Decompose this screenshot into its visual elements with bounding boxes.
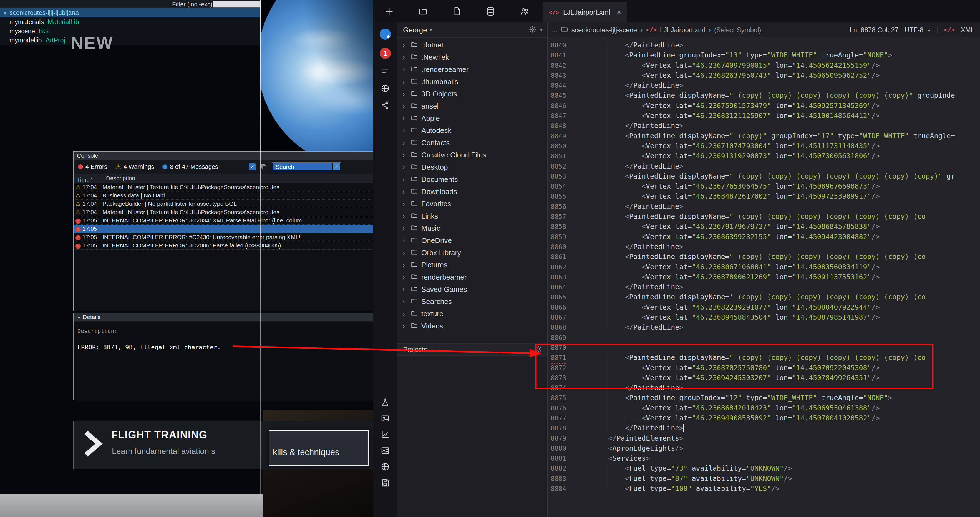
picture-icon[interactable] <box>381 446 390 455</box>
code-line[interactable]: 8840 </PaintedLine> <box>547 40 980 50</box>
explorer-folder[interactable]: ›.NewTek <box>397 51 547 63</box>
explorer-folder[interactable]: ›Favorites <box>397 198 547 210</box>
code-editor[interactable]: 8840 </PaintedLine>8841 <PaintedLine gro… <box>547 37 980 517</box>
globe-icon[interactable] <box>381 84 390 93</box>
explorer-folder[interactable]: ›Autodesk <box>397 124 547 137</box>
explorer-folder[interactable]: ›3D Objects <box>397 88 547 100</box>
checkbox-icon[interactable]: ✓ <box>249 163 256 171</box>
tree-item-mymodellib[interactable]: mymodellibArtProj <box>0 36 260 45</box>
chevron-right-icon[interactable]: › <box>402 187 407 196</box>
filter-input[interactable] <box>213 1 260 8</box>
code-line[interactable]: 8876 <Vertex lat="46.23686842010423" lon… <box>547 403 980 413</box>
collapse-triangle-icon[interactable]: ▼ <box>77 315 81 320</box>
chevron-right-icon[interactable]: › <box>402 212 407 220</box>
code-line[interactable]: 8852 </PaintedLine> <box>547 161 980 171</box>
plus-icon[interactable] <box>384 7 394 16</box>
code-line[interactable]: 8870 <box>547 343 980 353</box>
console-message-row[interactable]: ⚠17:04PackageBuilder | No partial lister… <box>73 199 373 208</box>
code-line[interactable]: 8867 <Vertex lat="46.23689458843504" lon… <box>547 312 980 322</box>
tab-ljljairport-xml[interactable]: </> LJLJairport.xml × <box>542 2 627 22</box>
console-message-row[interactable]: ⚠17:04Business data | No Uaid <box>73 191 373 199</box>
code-line[interactable]: 8859 <Vertex lat="46.23686399232155" lon… <box>547 232 980 242</box>
alert-icon[interactable]: 1 <box>380 48 391 59</box>
breadcrumb-project[interactable]: scenicroutes-ljlj-scene <box>571 26 637 34</box>
chevron-right-icon[interactable]: › <box>402 163 407 172</box>
explorer-folder[interactable]: ›Creative Cloud Files <box>397 149 547 161</box>
breadcrumb-symbol[interactable]: (Select Symbol) <box>714 26 761 34</box>
flask-icon[interactable] <box>381 398 390 407</box>
code-line[interactable]: 8869 <box>547 333 980 343</box>
console-message-row[interactable]: ⚠17:04MaterialLibLister | Texture file C… <box>73 183 373 191</box>
console-message-row[interactable]: !17:05INTERNAL COMPILER ERROR: #C2430: U… <box>73 233 373 241</box>
status-line-col[interactable]: Ln: 8878 Col: 27 <box>850 26 899 34</box>
code-line[interactable]: 8884 <Fuel type="100" availability="YES"… <box>547 483 980 494</box>
code-line[interactable]: 8873 <Vertex lat="46.23694245303207" lon… <box>547 373 980 383</box>
console-message-row[interactable]: !17:05INTERNAL COMPILER ERROR: #C2006: P… <box>73 241 373 250</box>
warnings-filter-toggle[interactable]: ⚠4 Warnings <box>115 163 154 171</box>
code-line[interactable]: 8846 <Vertex lat="46.23675901573479" lon… <box>547 101 980 111</box>
projects-section-header[interactable]: Projects <box>397 343 547 356</box>
chevron-right-icon[interactable]: › <box>402 261 407 269</box>
console-message-row[interactable]: !17:05INTERNAL COMPILER ERROR: #C2034: X… <box>73 216 373 225</box>
chevron-right-icon[interactable]: › <box>402 199 407 208</box>
time-column-header[interactable]: Tim..▲ <box>73 174 103 183</box>
chart-icon[interactable] <box>381 430 390 439</box>
chevron-right-icon[interactable]: › <box>402 273 407 282</box>
tree-item-root[interactable]: ▼scenicroutes-ljlj-ljubljana <box>0 8 260 18</box>
chevron-right-icon[interactable]: › <box>402 90 407 98</box>
code-line[interactable]: 8849 <PaintedLine displayName=" (copy)" … <box>547 131 980 141</box>
explorer-folder[interactable]: ›Music <box>397 222 547 235</box>
chevron-right-icon[interactable]: › <box>402 77 407 86</box>
explorer-folder[interactable]: ›renderbeamer <box>397 271 547 283</box>
explorer-folder[interactable]: ›.renderbeamer <box>397 63 547 75</box>
explorer-folder[interactable]: ›.dotnet <box>397 39 547 51</box>
breadcrumb-file[interactable]: LJLJairport.xml <box>660 26 705 34</box>
explorer-folder[interactable]: ›Documents <box>397 173 547 185</box>
status-language[interactable]: XML <box>961 26 974 34</box>
chevron-right-icon[interactable]: › <box>402 310 407 318</box>
code-line[interactable]: 8868 </PaintedLine> <box>547 322 980 332</box>
chevron-right-icon[interactable]: › <box>402 114 407 123</box>
code-line[interactable]: 8875 <PaintedLine groupIndex="12" type="… <box>547 393 980 403</box>
details-title-bar[interactable]: ▼Details <box>73 313 373 322</box>
database-icon[interactable] <box>486 7 495 16</box>
explorer-folder[interactable]: ›Apple <box>397 112 547 124</box>
explorer-folder[interactable]: ›Links <box>397 210 547 222</box>
chevron-right-icon[interactable]: › <box>402 65 407 74</box>
list-icon[interactable] <box>381 67 390 76</box>
explorer-folder[interactable]: ›Desktop <box>397 161 547 173</box>
chevron-right-icon[interactable]: › <box>402 139 407 147</box>
save-icon[interactable] <box>381 479 390 487</box>
explorer-folder[interactable]: ›.thumbnails <box>397 75 547 88</box>
code-line[interactable]: 8872 <Vertex lat="46.23687025750780" lon… <box>547 363 980 373</box>
projects-settings-button[interactable] <box>535 345 542 354</box>
code-line[interactable]: 8863 <Vertex lat="46.23687890621269" lon… <box>547 272 980 282</box>
chevron-right-icon[interactable]: › <box>402 285 407 294</box>
chevron-right-icon[interactable]: › <box>402 224 407 233</box>
collapse-arrow-icon[interactable]: ▼ <box>3 11 8 16</box>
explorer-folder[interactable]: ›Contacts <box>397 137 547 149</box>
close-tab-icon[interactable]: × <box>617 8 621 17</box>
image-icon[interactable] <box>381 414 390 423</box>
code-line[interactable]: 8866 <Vertex lat="46.23682239291077" lon… <box>547 302 980 312</box>
explorer-folder[interactable]: ›OneDrive <box>397 235 547 247</box>
explorer-folder[interactable]: ›Saved Games <box>397 283 547 295</box>
console-message-row[interactable]: !17:05 <box>73 225 373 233</box>
folder-icon[interactable] <box>418 7 428 16</box>
console-message-row[interactable]: ⚠17:04MaterialLibLister | Texture file C… <box>73 208 373 216</box>
3d-viewport[interactable] <box>260 0 373 151</box>
code-line[interactable]: 8854 <Vertex lat="46.23677653064575" lon… <box>547 181 980 191</box>
code-line[interactable]: 8881 <Services> <box>547 453 980 463</box>
code-line[interactable]: 8882 <Fuel type="73" availability="UNKNO… <box>547 463 980 473</box>
code-line[interactable]: 8842 <Vertex lat="46.23674097990015" lon… <box>547 61 980 70</box>
code-line[interactable]: 8848 </PaintedLine> <box>547 121 980 131</box>
clear-search-icon[interactable]: × <box>333 163 340 171</box>
share-icon[interactable] <box>381 101 390 110</box>
code-line[interactable]: 8860 </PaintedLine> <box>547 242 980 252</box>
explorer-folder[interactable]: ›Videos <box>397 320 547 332</box>
explorer-folder[interactable]: ›ansel <box>397 100 547 112</box>
chevron-right-icon[interactable]: › <box>402 236 407 245</box>
globe-icon[interactable] <box>381 462 390 471</box>
messages-filter-toggle[interactable]: 8 of 47 Messages <box>162 163 218 171</box>
chevron-right-icon[interactable]: › <box>402 297 407 306</box>
